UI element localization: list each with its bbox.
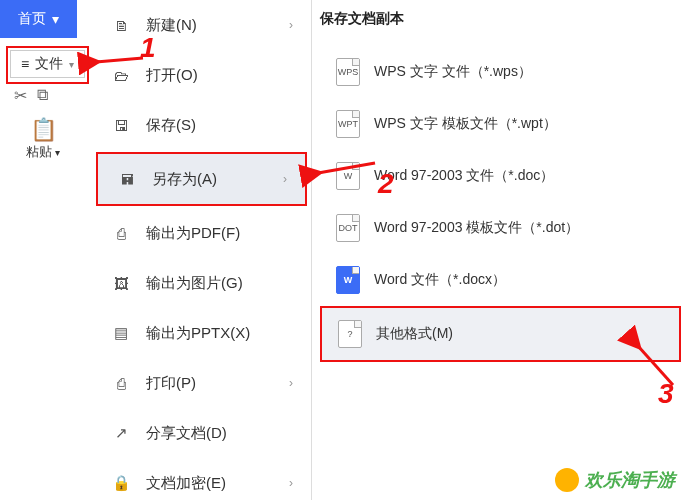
save-icon: 🖫: [110, 114, 132, 136]
chevron-right-icon: ›: [289, 376, 293, 390]
menu-save-as[interactable]: 🖬 另存为(A) ›: [96, 152, 307, 206]
menu-export-pdf[interactable]: ⎙ 输出为PDF(F): [92, 208, 311, 258]
menu-label: 输出为PPTX(X): [146, 324, 250, 343]
save-as-icon: 🖬: [116, 168, 138, 190]
menu-label: 打开(O): [146, 66, 198, 85]
print-icon: ⎙: [110, 372, 132, 394]
clipboard-icon: 📋: [8, 117, 78, 143]
format-label: Word 97-2003 模板文件（*.dot）: [374, 219, 579, 237]
tab-home[interactable]: 首页 ▾: [0, 0, 77, 38]
svg-line-0: [96, 58, 143, 62]
watermark-text: 欢乐淘手游: [585, 468, 675, 492]
smiley-icon: [555, 468, 579, 492]
chevron-right-icon: ›: [289, 18, 293, 32]
chevron-right-icon: ›: [283, 172, 287, 186]
pptx-icon: ▤: [110, 322, 132, 344]
copy-icon[interactable]: ⧉: [37, 86, 48, 105]
menu-new[interactable]: 🗎 新建(N) ›: [92, 0, 311, 50]
arrow-3: [628, 340, 685, 394]
wpt-file-icon: WPT: [336, 110, 360, 138]
format-label: Word 文件（*.docx）: [374, 271, 506, 289]
docx-file-icon: W: [336, 266, 360, 294]
format-other[interactable]: ? 其他格式(M): [320, 306, 681, 362]
svg-line-1: [318, 163, 375, 173]
file-menu: 🗎 新建(N) › 🗁 打开(O) 🖫 保存(S) 🖬 另存为(A) › ⎙ 输…: [92, 0, 312, 500]
menu-label: 输出为图片(G): [146, 274, 243, 293]
watermark: 欢乐淘手游: [555, 468, 675, 492]
chevron-down-icon: ▾: [55, 147, 60, 158]
menu-label: 分享文档(D): [146, 424, 227, 443]
dot-file-icon: DOT: [336, 214, 360, 242]
panel-title: 保存文档副本: [320, 10, 685, 28]
annotation-3: 3: [658, 378, 674, 410]
menu-print[interactable]: ⎙ 打印(P) ›: [92, 358, 311, 408]
tab-file[interactable]: ≡ 文件 ▾: [10, 50, 85, 78]
tab-file-label: 文件: [35, 55, 63, 73]
paste-label: 粘贴: [26, 144, 52, 159]
chevron-down-icon: ▾: [52, 11, 59, 27]
menu-export-image[interactable]: 🖼 输出为图片(G): [92, 258, 311, 308]
wps-file-icon: WPS: [336, 58, 360, 86]
arrow-1: [88, 48, 148, 72]
lock-icon: 🔒: [110, 472, 132, 494]
left-toolbar: ✂ ⧉ 📋 粘贴 ▾: [8, 82, 78, 161]
menu-label: 输出为PDF(F): [146, 224, 240, 243]
other-file-icon: ?: [338, 320, 362, 348]
menu-label: 打印(P): [146, 374, 196, 393]
annotation-2: 2: [378, 168, 394, 200]
format-label: Word 97-2003 文件（*.doc）: [374, 167, 554, 185]
menu-label: 保存(S): [146, 116, 196, 135]
menu-share[interactable]: ↗ 分享文档(D): [92, 408, 311, 458]
format-label: 其他格式(M): [376, 325, 453, 343]
menu-export-pptx[interactable]: ▤ 输出为PPTX(X): [92, 308, 311, 358]
share-icon: ↗: [110, 422, 132, 444]
menu-label: 文档加密(E): [146, 474, 226, 493]
arrow-2: [310, 155, 380, 189]
image-icon: 🖼: [110, 272, 132, 294]
pdf-icon: ⎙: [110, 222, 132, 244]
chevron-right-icon: ›: [289, 476, 293, 490]
format-docx[interactable]: W Word 文件（*.docx）: [320, 254, 685, 306]
chevron-down-icon: ▾: [69, 59, 74, 70]
format-label: WPS 文字 模板文件（*.wpt）: [374, 115, 557, 133]
format-label: WPS 文字 文件（*.wps）: [374, 63, 532, 81]
menu-label: 另存为(A): [152, 170, 217, 189]
menu-save[interactable]: 🖫 保存(S): [92, 100, 311, 150]
format-painter-icon[interactable]: ✂: [14, 86, 27, 105]
menu-encrypt[interactable]: 🔒 文档加密(E) ›: [92, 458, 311, 500]
format-wps[interactable]: WPS WPS 文字 文件（*.wps）: [320, 46, 685, 98]
new-doc-icon: 🗎: [110, 14, 132, 36]
paste-button[interactable]: 📋 粘贴 ▾: [8, 117, 78, 161]
tab-home-label: 首页: [18, 10, 46, 28]
format-dot[interactable]: DOT Word 97-2003 模板文件（*.dot）: [320, 202, 685, 254]
menu-icon: ≡: [21, 56, 29, 72]
format-wpt[interactable]: WPT WPS 文字 模板文件（*.wpt）: [320, 98, 685, 150]
